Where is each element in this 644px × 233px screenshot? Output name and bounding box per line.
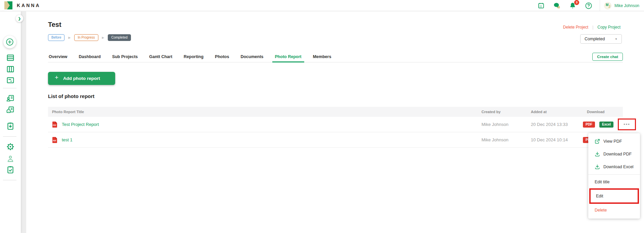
sidebar-divider <box>3 136 16 137</box>
menu-item-delete[interactable]: Delete <box>588 204 640 217</box>
created-by-value: Mike Johnson <box>477 122 527 127</box>
project-title: Test <box>48 21 61 29</box>
chevron-down-icon: ▼ <box>615 38 617 41</box>
download-excel-badge[interactable]: Excel <box>599 122 613 128</box>
tab-gantt-chart[interactable]: Gantt Chart <box>148 51 173 62</box>
pdf-file-icon: PDF <box>52 137 57 143</box>
status-dropdown-value: Completed <box>585 37 605 41</box>
tab-documents[interactable]: Documents <box>240 51 264 62</box>
sidebar-item-profile[interactable] <box>5 154 15 164</box>
tab-sub-projects[interactable]: Sub Projects <box>111 51 138 62</box>
calendar-button[interactable] <box>537 2 545 10</box>
list-rows-icon <box>6 53 15 62</box>
topbar-divider <box>600 0 600 11</box>
report-title-link[interactable]: Test Project Report <box>62 122 99 127</box>
menu-item-edit[interactable]: Edit <box>591 190 638 202</box>
download-icon <box>595 151 600 157</box>
menu-divider <box>588 174 640 175</box>
home-document-icon <box>6 105 15 114</box>
clipboard-check-icon <box>6 166 15 174</box>
menu-item-edit-title[interactable]: Edit title <box>588 176 640 188</box>
clipboard-download-icon <box>6 122 15 131</box>
menu-item-download-excel[interactable]: Download Excel <box>588 160 640 173</box>
column-header-title: Photo Report Title <box>48 110 477 114</box>
delete-project-link[interactable]: Delete Project <box>563 25 588 30</box>
plus-circle-icon <box>5 38 14 46</box>
svg-text:PDF: PDF <box>53 124 56 126</box>
notification-count-badge: 3 <box>574 0 579 5</box>
pdf-file-icon: PDF <box>52 122 57 128</box>
notifications-button[interactable]: 3 <box>569 2 577 10</box>
main-content: Test Before ▶ In Progress ▶ Completed De… <box>26 11 644 233</box>
create-new-button[interactable] <box>3 36 16 48</box>
tab-overview[interactable]: Overview <box>48 51 68 62</box>
project-actions: Delete Project | Copy Project <box>563 25 620 30</box>
help-button[interactable] <box>585 2 593 10</box>
actions-separator: | <box>592 25 593 30</box>
table-row: PDF test 1 Mike Johnson 10 Dec 2024 10:1… <box>48 132 623 148</box>
user-menu[interactable]: M J Mike Johnson <box>604 2 644 9</box>
stage-arrow-icon: ▶ <box>102 36 104 39</box>
sidebar-item-board[interactable] <box>5 64 15 74</box>
note-card-icon <box>6 76 15 85</box>
added-at-value: 10 Dec 2024 10:14 <box>527 137 583 142</box>
stage-badge-before[interactable]: Before <box>48 34 64 41</box>
sidebar-collapse-toggle[interactable]: ❯ <box>16 15 23 22</box>
copy-project-link[interactable]: Copy Project <box>597 25 620 30</box>
sidebar-divider <box>3 88 16 88</box>
stage-arrow-icon: ▶ <box>68 36 71 39</box>
calendar-icon <box>538 2 545 9</box>
section-title: List of photo report <box>48 93 94 99</box>
create-chat-button[interactable]: Create chat <box>592 53 623 61</box>
table-row: PDF Test Project Report Mike Johnson 20 … <box>48 117 623 132</box>
svg-text:PDF: PDF <box>53 140 56 142</box>
brand[interactable]: KANNA <box>0 1 41 9</box>
add-photo-report-button[interactable]: + Add photo report <box>48 72 115 85</box>
photo-report-table: Photo Report Title Created by Added at D… <box>48 107 623 148</box>
tab-photos[interactable]: Photos <box>214 51 230 62</box>
row-actions-menu-button[interactable]: ••• <box>621 121 633 128</box>
brand-name: KANNA <box>17 3 41 8</box>
column-header-added-at: Added at <box>527 110 583 114</box>
messages-button[interactable] <box>553 2 561 10</box>
menu-item-download-pdf[interactable]: Download PDF <box>588 148 640 160</box>
tab-dashboard[interactable]: Dashboard <box>78 51 101 62</box>
sidebar-item-tasks[interactable] <box>5 165 15 175</box>
project-status-dropdown[interactable]: Completed ▼ <box>580 34 622 44</box>
sidebar-item-projects-list[interactable] <box>5 53 15 63</box>
project-stage-steps: Before ▶ In Progress ▶ Completed <box>48 34 131 41</box>
external-link-icon <box>595 139 600 144</box>
added-at-value: 20 Dec 2024 13:33 <box>527 122 583 127</box>
tab-members[interactable]: Members <box>312 51 332 62</box>
download-icon <box>595 164 600 170</box>
sidebar-item-client-reports[interactable] <box>5 93 15 103</box>
sidebar-item-site-reports[interactable] <box>5 105 15 115</box>
row-actions-context-menu: View PDF Download PDF Download Excel Edi… <box>588 133 640 219</box>
stage-badge-in-progress[interactable]: In Progress <box>74 34 98 41</box>
column-header-created-by: Created by <box>477 110 527 114</box>
annotation-box: ••• <box>618 119 636 130</box>
column-header-download: Download <box>583 110 623 114</box>
menu-item-view-pdf[interactable]: View PDF <box>588 135 640 148</box>
sidebar-item-settings[interactable] <box>5 142 15 152</box>
gear-icon <box>6 142 15 151</box>
user-name: Mike Johnson <box>614 3 639 8</box>
plus-icon: + <box>55 74 58 81</box>
report-title-link[interactable]: test 1 <box>62 137 73 142</box>
sidebar-divider <box>3 180 16 180</box>
project-tabs: Overview Dashboard Sub Projects Gantt Ch… <box>48 51 623 62</box>
download-pdf-badge[interactable]: PDF <box>583 122 595 128</box>
created-by-value: Mike Johnson <box>477 137 527 142</box>
sidebar-item-downloads[interactable] <box>5 121 15 131</box>
tab-reporting[interactable]: Reporting <box>183 51 204 62</box>
table-header: Photo Report Title Created by Added at D… <box>48 107 623 117</box>
kanban-columns-icon <box>6 65 15 74</box>
top-bar: KANNA <box>0 0 644 11</box>
avatar: M J <box>604 2 611 9</box>
tab-photo-report[interactable]: Photo Report <box>274 51 302 62</box>
sidebar-item-notes[interactable] <box>5 75 15 85</box>
kanna-logo-icon <box>4 1 12 9</box>
stage-badge-completed[interactable]: Completed <box>108 34 131 41</box>
person-icon <box>6 154 15 163</box>
person-document-icon <box>6 94 15 103</box>
